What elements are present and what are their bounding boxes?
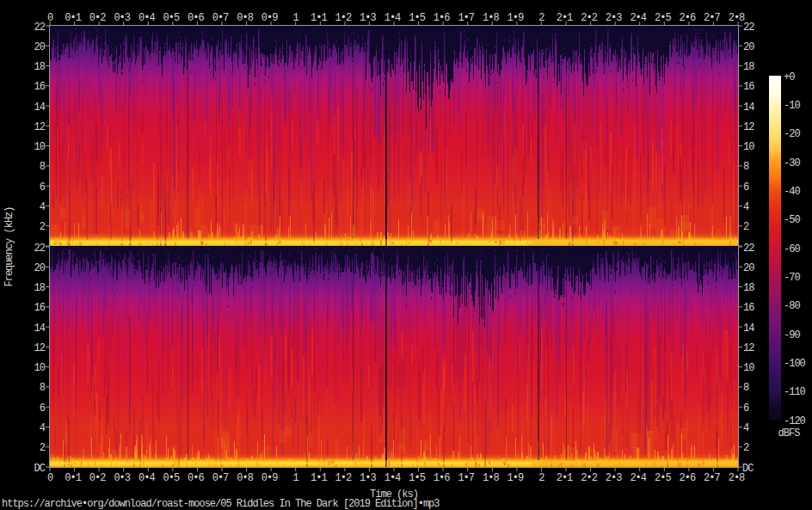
svg-text:1•5: 1•5 — [409, 472, 425, 484]
svg-text:0•9: 0•9 — [261, 12, 278, 24]
svg-text:20: 20 — [743, 41, 754, 53]
svg-text:2: 2 — [743, 442, 749, 454]
svg-text:0•7: 0•7 — [212, 472, 229, 484]
svg-text:-120: -120 — [784, 415, 806, 427]
svg-text:14: 14 — [743, 323, 754, 335]
svg-text:DC: DC — [34, 463, 46, 475]
svg-text:dBFS: dBFS — [778, 427, 801, 439]
svg-text:1•4: 1•4 — [384, 12, 401, 24]
svg-text:0•8: 0•8 — [237, 12, 253, 24]
svg-text:1•1: 1•1 — [311, 12, 327, 24]
svg-text:14: 14 — [743, 101, 754, 114]
svg-text:22: 22 — [743, 243, 754, 255]
svg-text:0•3: 0•3 — [114, 472, 130, 484]
svg-text:10: 10 — [34, 141, 46, 153]
svg-text:22: 22 — [743, 22, 754, 34]
svg-text:2•7: 2•7 — [704, 12, 720, 24]
svg-text:1•8: 1•8 — [483, 472, 499, 484]
svg-text:8: 8 — [743, 382, 749, 394]
svg-text:22: 22 — [34, 243, 46, 255]
svg-text:18: 18 — [34, 61, 46, 73]
svg-text:6: 6 — [743, 402, 749, 415]
svg-text:8: 8 — [40, 161, 46, 173]
svg-text:2: 2 — [40, 221, 46, 233]
svg-text:4: 4 — [743, 422, 749, 434]
svg-text:0•6: 0•6 — [188, 12, 204, 24]
svg-text:16: 16 — [34, 81, 46, 93]
svg-text:1: 1 — [293, 12, 299, 24]
svg-text:-80: -80 — [784, 300, 800, 312]
svg-text:2•2: 2•2 — [581, 472, 597, 484]
svg-text:2: 2 — [40, 442, 46, 454]
svg-text:12: 12 — [34, 121, 46, 133]
svg-text:4: 4 — [40, 422, 46, 434]
svg-text:1: 1 — [293, 472, 299, 484]
svg-text:1•1: 1•1 — [311, 472, 327, 484]
svg-text:2•5: 2•5 — [655, 472, 671, 484]
svg-text:12: 12 — [34, 342, 46, 354]
svg-text:DC: DC — [742, 463, 754, 475]
svg-text:1•6: 1•6 — [434, 472, 450, 484]
svg-text:4: 4 — [40, 201, 46, 213]
svg-text:18: 18 — [743, 61, 754, 73]
svg-text:16: 16 — [34, 302, 46, 314]
svg-text:-70: -70 — [784, 272, 800, 284]
svg-text:0•9: 0•9 — [261, 472, 278, 484]
svg-text:18: 18 — [34, 282, 46, 294]
svg-text:0•8: 0•8 — [237, 472, 253, 484]
svg-text:2•5: 2•5 — [655, 12, 671, 24]
svg-text:2: 2 — [743, 221, 749, 233]
svg-text:10: 10 — [743, 362, 754, 374]
svg-text:2•4: 2•4 — [630, 12, 646, 24]
svg-text:22: 22 — [34, 22, 46, 34]
svg-text:0•6: 0•6 — [188, 472, 204, 484]
svg-text:0•5: 0•5 — [163, 12, 180, 24]
svg-text:0•2: 0•2 — [89, 472, 106, 484]
svg-text:12: 12 — [743, 342, 754, 354]
svg-text:-40: -40 — [784, 186, 800, 198]
svg-text:16: 16 — [743, 302, 754, 314]
svg-text:https://archive•org/download/r: https://archive•org/download/roast-moose… — [2, 498, 440, 510]
svg-text:0•7: 0•7 — [212, 12, 229, 24]
svg-text:2•6: 2•6 — [680, 12, 696, 24]
svg-text:0•4: 0•4 — [138, 12, 155, 24]
svg-text:20: 20 — [34, 262, 46, 274]
svg-text:16: 16 — [743, 81, 754, 93]
svg-text:6: 6 — [40, 402, 46, 415]
svg-text:-90: -90 — [784, 329, 800, 341]
svg-text:2•1: 2•1 — [557, 472, 573, 484]
svg-text:-20: -20 — [784, 128, 800, 140]
svg-text:6: 6 — [743, 181, 749, 194]
svg-text:1•2: 1•2 — [335, 12, 352, 24]
svg-text:2•1: 2•1 — [557, 12, 573, 24]
svg-text:Frequency (kHz): Frequency (kHz) — [3, 206, 15, 286]
svg-text:-30: -30 — [784, 157, 800, 169]
svg-text:10: 10 — [743, 141, 754, 153]
svg-text:8: 8 — [40, 382, 46, 394]
svg-text:1•5: 1•5 — [409, 12, 425, 24]
svg-text:12: 12 — [743, 121, 754, 133]
svg-text:-110: -110 — [784, 386, 806, 398]
svg-text:18: 18 — [743, 282, 754, 294]
svg-text:1•7: 1•7 — [458, 472, 474, 484]
svg-text:1•2: 1•2 — [335, 472, 352, 484]
svg-text:20: 20 — [743, 262, 754, 274]
svg-text:2•3: 2•3 — [606, 12, 622, 24]
svg-text:0•4: 0•4 — [138, 472, 155, 484]
svg-text:8: 8 — [743, 161, 749, 173]
svg-text:1•9: 1•9 — [508, 12, 524, 24]
svg-text:1•6: 1•6 — [434, 12, 450, 24]
svg-text:14: 14 — [34, 101, 46, 114]
svg-text:0•3: 0•3 — [114, 12, 130, 24]
svg-text:1•3: 1•3 — [360, 12, 376, 24]
svg-text:0•2: 0•2 — [89, 12, 106, 24]
svg-text:-10: -10 — [784, 100, 800, 112]
svg-text:4: 4 — [743, 201, 749, 213]
svg-text:-60: -60 — [784, 243, 800, 255]
svg-text:0•5: 0•5 — [163, 472, 180, 484]
svg-text:10: 10 — [34, 362, 46, 374]
svg-text:20: 20 — [34, 41, 46, 53]
svg-text:-100: -100 — [784, 358, 806, 370]
svg-text:1•4: 1•4 — [384, 472, 401, 484]
svg-text:6: 6 — [40, 181, 46, 194]
